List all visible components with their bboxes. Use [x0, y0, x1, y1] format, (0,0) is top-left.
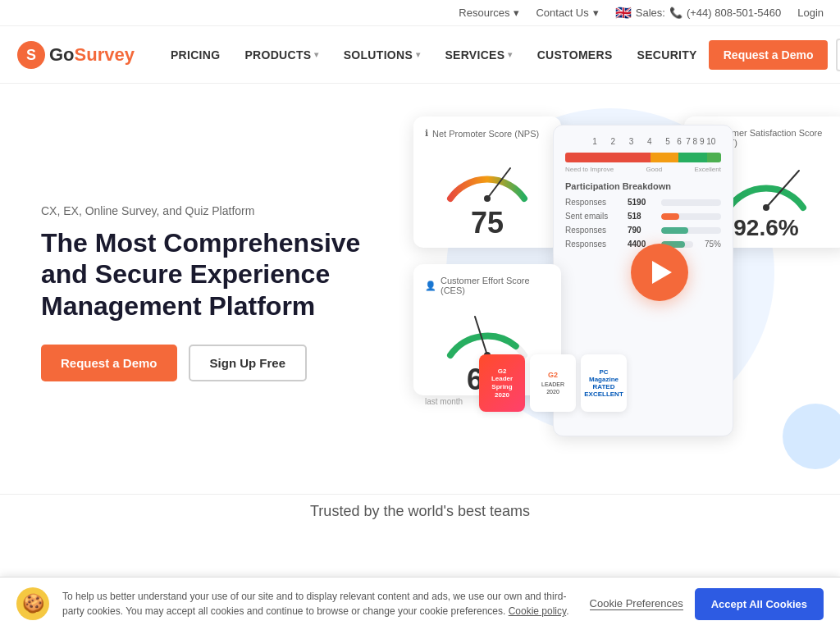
- nav-actions: Request a Demo Sign Up Free: [709, 39, 840, 71]
- svg-point-7: [763, 204, 769, 211]
- svg-text:S: S: [26, 47, 36, 63]
- chevron-down-icon: ▾: [593, 7, 599, 19]
- cookie-actions: Cookie Preferences Accept All Cookies: [590, 588, 824, 620]
- g2-badge: G2LeaderSpring2020: [479, 354, 525, 412]
- chevron-down-icon: ▾: [508, 50, 512, 59]
- main-navigation: S GoSurvey PRICING PRODUCTS ▾ SOLUTIONS …: [0, 26, 840, 84]
- signup-free-button-nav[interactable]: Sign Up Free: [836, 39, 840, 71]
- scale-label-good: Good: [646, 166, 663, 173]
- hero-section: CX, EX, Online Survey, and Quiz Platform…: [0, 84, 840, 494]
- pc-badge: PCMagazineRATEDEXCELLENT: [581, 354, 627, 412]
- participation-row-4: Responses 4400 75%: [565, 240, 721, 249]
- svg-point-3: [484, 195, 491, 202]
- part-label-3: Responses: [565, 226, 623, 235]
- part-bar-3: [661, 227, 721, 234]
- phone-number: (+44) 808-501-5460: [687, 7, 781, 19]
- hero-title: The Most Comprehensive and Secure Experi…: [41, 227, 386, 322]
- contact-label: Contact Us: [536, 7, 588, 19]
- top-bar: Resources ▾ Contact Us ▾ 🇬🇧 Sales: 📞 (+4…: [0, 0, 840, 26]
- login-label: Login: [797, 7, 824, 19]
- trusted-section: Trusted by the world's best teams: [0, 494, 840, 520]
- g2-leader-text: G2 LEADER2020: [541, 371, 564, 395]
- svg-text:100: 100: [520, 201, 532, 203]
- cookie-preferences-button[interactable]: Cookie Preferences: [590, 597, 683, 610]
- hero-visual: ℹ Net Promoter Score (NPS): [397, 100, 840, 477]
- svg-text:-100: -100: [450, 201, 464, 203]
- cookie-policy-link[interactable]: Cookie policy: [509, 605, 566, 617]
- ces-card-title: 👤 Customer Effort Score (CES): [425, 276, 550, 295]
- nps-score: 75: [425, 206, 550, 240]
- svg-text:100: 100: [799, 210, 810, 212]
- logo-icon: S: [16, 40, 46, 70]
- play-icon: [652, 261, 672, 284]
- participation-row-2: Sent emails 518: [565, 212, 721, 221]
- participation-row-1: Responses 5190: [565, 198, 721, 207]
- nps-gauge: -100 100: [425, 145, 550, 203]
- part-label-2: Sent emails: [565, 212, 623, 221]
- cookie-banner: 🍪 To help us better understand your use …: [0, 577, 840, 630]
- nav-security[interactable]: SECURITY: [626, 42, 709, 68]
- nav-solutions[interactable]: SOLUTIONS ▾: [332, 42, 432, 68]
- sales-info: 🇬🇧 Sales: 📞 (+44) 808-501-5460: [615, 5, 781, 21]
- participation-title: Participation Breakdown: [565, 181, 721, 191]
- scale-label: 1 2 3 4 5 6 7 8 9 10: [565, 137, 721, 146]
- cookie-text: To help us better understand your use of…: [62, 589, 577, 619]
- color-scale: [565, 153, 721, 162]
- nav-products[interactable]: PRODUCTS ▾: [233, 42, 330, 68]
- part-count-1: 5190: [628, 198, 656, 207]
- chevron-down-icon: ▾: [416, 50, 420, 59]
- accept-all-cookies-button[interactable]: Accept All Cookies: [695, 588, 824, 620]
- participation-section: Participation Breakdown Responses 5190 S…: [565, 181, 721, 249]
- nps-card: ℹ Net Promoter Score (NPS): [413, 116, 561, 248]
- nav-pricing[interactable]: PRICING: [159, 42, 231, 68]
- part-bar-2: [661, 213, 721, 220]
- hero-signup-button[interactable]: Sign Up Free: [189, 345, 308, 381]
- chevron-down-icon: ▾: [314, 50, 318, 59]
- participation-row-3: Responses 790: [565, 226, 721, 235]
- nav-items: PRICING PRODUCTS ▾ SOLUTIONS ▾ SERVICES …: [159, 42, 709, 68]
- nav-customers[interactable]: CUSTOMERS: [526, 42, 624, 68]
- g2-badge-text: G2LeaderSpring2020: [491, 368, 513, 399]
- scale-label-excellent: Excellent: [695, 166, 721, 173]
- trusted-title: Trusted by the world's best teams: [41, 503, 799, 520]
- part-label-4: Responses: [565, 240, 623, 249]
- hero-demo-button[interactable]: Request a Demo: [41, 345, 177, 381]
- info-icon: ℹ: [425, 128, 428, 139]
- hero-subtitle: CX, EX, Online Survey, and Quiz Platform: [41, 204, 386, 217]
- g2-leader-badge: G2 LEADER2020: [530, 354, 576, 412]
- hero-buttons: Request a Demo Sign Up Free: [41, 345, 386, 381]
- part-bar-1: [661, 199, 721, 206]
- award-badges: G2LeaderSpring2020 G2 LEADER2020 PCMagaz…: [479, 354, 627, 412]
- contact-us-link[interactable]: Contact Us ▾: [536, 7, 598, 19]
- part-count-2: 518: [628, 212, 656, 221]
- nav-services[interactable]: SERVICES ▾: [433, 42, 523, 68]
- request-demo-button[interactable]: Request a Demo: [709, 40, 829, 70]
- play-button[interactable]: [631, 244, 688, 301]
- login-link[interactable]: Login: [797, 7, 824, 19]
- pc-badge-text: PCMagazineRATEDEXCELLENT: [584, 368, 623, 398]
- hero-content: CX, EX, Online Survey, and Quiz Platform…: [41, 204, 386, 381]
- sales-label: Sales:: [636, 7, 665, 19]
- logo[interactable]: S GoSurvey: [16, 40, 135, 70]
- ces-gauge-svg: [438, 302, 536, 359]
- part-pct-4: 75%: [698, 240, 721, 249]
- uk-flag-icon: 🇬🇧: [615, 5, 632, 21]
- logo-text: GoSurvey: [49, 44, 135, 66]
- dashboard-container: ℹ Net Promoter Score (NPS): [405, 116, 840, 469]
- chevron-down-icon: ▾: [514, 7, 519, 19]
- person-icon: 👤: [425, 281, 436, 291]
- nps-gauge-svg: -100 100: [438, 145, 536, 203]
- scale-label-improve: Need to Improve: [565, 166, 614, 173]
- part-label-1: Responses: [565, 198, 623, 207]
- phone-icon: 📞: [669, 7, 682, 19]
- resources-label: Resources: [459, 7, 509, 19]
- cookie-icon: 🍪: [16, 587, 49, 620]
- ces-gauge: [425, 302, 550, 359]
- nps-card-title: ℹ Net Promoter Score (NPS): [425, 128, 550, 139]
- part-count-3: 790: [628, 226, 656, 235]
- resources-menu[interactable]: Resources ▾: [459, 7, 519, 19]
